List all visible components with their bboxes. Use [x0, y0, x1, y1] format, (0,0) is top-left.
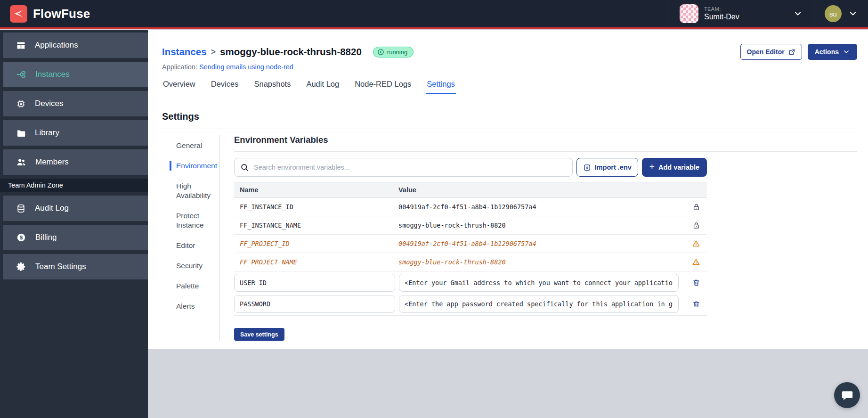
sidebar-item-members[interactable]: Members [3, 149, 148, 175]
application-line: Application: Sending emails using node-r… [162, 63, 857, 71]
tab-snapshots[interactable]: Snapshots [253, 78, 292, 94]
env-var-row: FF_PROJECT_ID 004919af-2cf0-4f51-a8b4-1b… [234, 235, 707, 253]
delete-variable-button[interactable] [692, 279, 700, 287]
settings-nav-alerts[interactable]: Alerts [170, 302, 219, 311]
env-var-value-input[interactable] [399, 295, 679, 313]
settings-nav-security[interactable]: Security [170, 261, 219, 270]
breadcrumb: Instances > smoggy-blue-rock-thrush-8820… [162, 44, 857, 60]
add-variable-button[interactable]: + Add variable [642, 158, 707, 177]
trash-icon [692, 279, 700, 287]
user-avatar: su [825, 5, 842, 22]
divider [162, 129, 857, 129]
application-link[interactable]: Sending emails using node-red [199, 63, 293, 71]
sidebar-item-label: Team Settings [35, 262, 86, 271]
env-var-value: 004919af-2cf0-4f51-a8b4-1b12906757a4 [398, 203, 692, 211]
env-var-name: FF_PROJECT_NAME [240, 258, 398, 266]
sidebar-item-applications[interactable]: Applications [3, 33, 148, 58]
settings-subnav: GeneralEnvironmentHigh AvailabilityProte… [170, 135, 220, 341]
devices-icon [16, 99, 26, 109]
env-toolbar: Import .env + Add variable [234, 158, 707, 177]
main-content: Instances > smoggy-blue-rock-thrush-8820… [148, 30, 868, 349]
applications-icon [16, 41, 26, 50]
tab-node-red-logs[interactable]: Node-RED Logs [354, 78, 412, 94]
team-label: TEAM: [704, 6, 739, 12]
plus-icon: + [649, 162, 655, 172]
environment-panel: Environment Variables Import .env + [234, 135, 857, 341]
search-box [234, 158, 573, 177]
settings-nav-protect-instance[interactable]: Protect Instance [170, 211, 219, 230]
env-var-name-input[interactable] [234, 274, 395, 292]
settings-nav-general[interactable]: General [170, 141, 219, 150]
tab-devices[interactable]: Devices [210, 78, 240, 94]
actions-button[interactable]: Actions [808, 44, 857, 60]
actions-label: Actions [815, 48, 839, 56]
settings-nav-palette[interactable]: Palette [170, 281, 219, 291]
sidebar-item-label: Instances [35, 70, 70, 79]
import-env-button[interactable]: Import .env [576, 158, 638, 177]
table-header: Name Value [234, 182, 707, 198]
env-var-row: FF_INSTANCE_NAME smoggy-blue-rock-thrush… [234, 216, 707, 235]
warning-icon [692, 258, 700, 266]
env-var-value: 004919af-2cf0-4f51-a8b4-1b12906757a4 [398, 240, 692, 247]
sidebar-item-label: Billing [35, 233, 57, 242]
sidebar-item-team-settings[interactable]: Team Settings [3, 254, 148, 279]
env-var-value-input[interactable] [399, 274, 679, 292]
env-var-row [234, 294, 707, 316]
svg-text:$: $ [20, 235, 23, 240]
status-text: running [387, 49, 407, 56]
lock-icon [692, 203, 700, 211]
instance-tabs: OverviewDevicesSnapshotsAudit LogNode-RE… [162, 78, 857, 94]
sidebar-item-label: Devices [35, 99, 63, 108]
team-settings-icon [16, 262, 26, 272]
save-settings-button[interactable]: Save settings [234, 328, 284, 341]
env-var-name: FF_INSTANCE_NAME [240, 221, 398, 229]
settings-nav-high-availability[interactable]: High Availability [170, 181, 219, 200]
env-var-name-input[interactable] [234, 295, 395, 313]
application-label: Application: [162, 63, 197, 71]
billing-icon: $ [16, 232, 26, 243]
download-icon [583, 164, 591, 172]
team-name: Sumit-Dev [704, 12, 739, 21]
column-value: Value [398, 186, 700, 194]
chevron-down-icon [848, 9, 858, 18]
tab-overview[interactable]: Overview [162, 78, 196, 94]
add-variable-label: Add variable [658, 164, 699, 171]
sidebar-item-label: Applications [35, 41, 78, 50]
sidebar-item-audit-log[interactable]: Audit Log [3, 196, 148, 221]
audit-log-icon [16, 204, 26, 213]
column-name: Name [240, 186, 398, 194]
sidebar: Applications Instances Devices Library M… [0, 30, 148, 418]
settings-nav-environment[interactable]: Environment [170, 161, 219, 171]
env-var-value: smoggy-blue-rock-thrush-8820 [398, 221, 692, 229]
open-editor-button[interactable]: Open Editor [740, 44, 802, 60]
status-badge: running [373, 47, 414, 57]
search-input[interactable] [254, 164, 567, 171]
sidebar-item-devices[interactable]: Devices [3, 91, 148, 116]
import-env-label: Import .env [595, 164, 632, 171]
chat-bubble-icon [841, 389, 854, 402]
env-var-name: FF_INSTANCE_ID [240, 203, 398, 211]
user-menu[interactable]: su [814, 0, 868, 27]
tab-audit-log[interactable]: Audit Log [305, 78, 340, 94]
chevron-down-icon [793, 9, 803, 18]
sidebar-item-library[interactable]: Library [3, 120, 148, 146]
sidebar-item-label: Members [35, 157, 69, 167]
breadcrumb-instances-link[interactable]: Instances [162, 46, 207, 57]
env-variables-table: Name Value FF_INSTANCE_ID 004919af-2cf0-… [234, 182, 707, 316]
tab-settings[interactable]: Settings [426, 78, 456, 94]
search-icon [240, 163, 249, 172]
sidebar-item-instances[interactable]: Instances [3, 62, 148, 87]
settings-nav-editor[interactable]: Editor [170, 241, 219, 250]
chat-widget-button[interactable] [834, 382, 860, 408]
brand[interactable]: FlowFuse [0, 5, 90, 23]
env-var-row: FF_PROJECT_NAME smoggy-blue-rock-thrush-… [234, 253, 707, 271]
members-icon [16, 157, 26, 167]
delete-variable-button[interactable] [692, 300, 700, 308]
external-link-icon [788, 49, 795, 56]
warning-icon [692, 239, 700, 248]
sidebar-item-billing[interactable]: $Billing [3, 225, 148, 250]
env-var-name: FF_PROJECT_ID [240, 240, 398, 247]
brand-name: FlowFuse [33, 7, 90, 21]
team-selector[interactable]: TEAM: Sumit-Dev [668, 0, 814, 27]
sidebar-item-label: Audit Log [35, 204, 69, 213]
